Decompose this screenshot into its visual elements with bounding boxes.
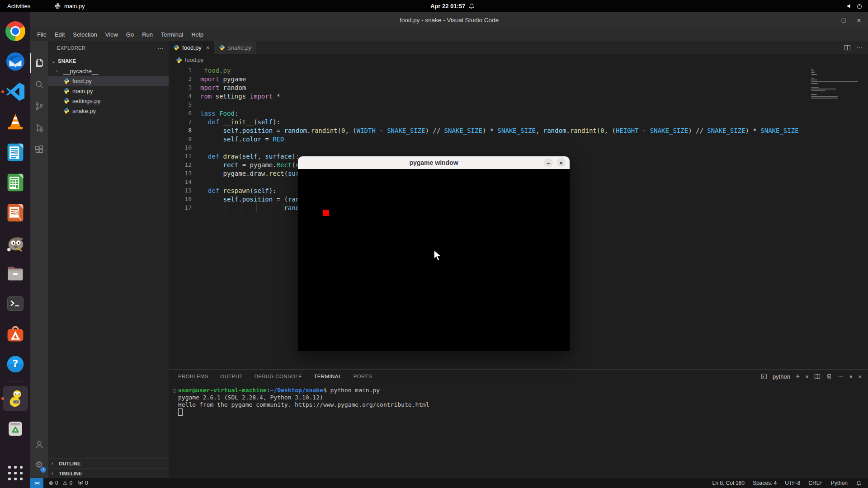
explorer-item--pycache-[interactable]: ›__pycache__	[48, 66, 169, 76]
menu-file[interactable]: File	[33, 29, 51, 40]
vlc-icon	[5, 112, 26, 132]
errors-icon: ⊗	[49, 480, 53, 486]
settings-gear-icon[interactable]: ⚙ 1	[30, 455, 48, 474]
extensions-icon[interactable]	[30, 140, 48, 160]
kill-terminal-icon[interactable]	[826, 373, 832, 380]
panel-tab-output[interactable]: OUTPUT	[220, 370, 243, 383]
pygame-close-button[interactable]: ×	[557, 158, 566, 167]
food-square	[323, 210, 329, 216]
terminal-shell-label[interactable]: python	[773, 373, 790, 380]
terminal-dropdown-icon[interactable]: ∨	[805, 374, 809, 380]
menu-go[interactable]: Go	[122, 29, 138, 40]
close-button[interactable]: ×	[854, 16, 863, 24]
menu-run[interactable]: Run	[138, 29, 157, 40]
encoding[interactable]: UTF-8	[785, 480, 800, 486]
code-line-2[interactable]: 2mport pygame	[169, 75, 868, 83]
menu-terminal[interactable]: Terminal	[157, 29, 187, 40]
panel-close-icon[interactable]: ×	[858, 373, 862, 380]
focused-app-indicator[interactable]: main.py	[54, 0, 85, 12]
notifications-bell-icon[interactable]	[856, 480, 862, 486]
dock-item-gimp[interactable]	[0, 228, 30, 258]
minimize-button[interactable]: –	[824, 16, 833, 24]
explorer-item-main-py[interactable]: main.py	[48, 86, 169, 96]
split-terminal-icon[interactable]	[814, 373, 821, 380]
vscode-titlebar[interactable]: food.py - snake - Visual Studio Code – ▢…	[30, 12, 868, 28]
menu-view[interactable]: View	[101, 29, 122, 40]
menu-edit[interactable]: Edit	[51, 29, 69, 40]
dock-item-trash[interactable]	[0, 413, 30, 444]
system-tray[interactable]	[846, 0, 863, 12]
project-root-snake[interactable]: ⌄ SNAKE	[48, 56, 169, 66]
language-mode[interactable]: Python	[831, 480, 848, 486]
account-icon[interactable]	[30, 435, 48, 455]
editor-more-icon[interactable]: ⋯	[856, 44, 863, 51]
problems-status[interactable]: ⊗0 ⚠0	[49, 480, 72, 486]
clock[interactable]: Apr 22 01:57	[430, 0, 475, 12]
tab-close-icon[interactable]: ×	[206, 44, 210, 51]
tab-food-py[interactable]: food.py ×	[169, 41, 214, 54]
panel-tab-ports[interactable]: PORTS	[354, 370, 372, 383]
cursor-position[interactable]: Ln 8, Col 160	[712, 480, 745, 486]
dock-item-app-grid[interactable]	[0, 458, 30, 488]
explorer-item-snake-py[interactable]: snake.py	[48, 106, 169, 116]
code-line-1[interactable]: 1 food.py	[169, 66, 868, 75]
dock-item-vscode[interactable]	[0, 76, 30, 107]
code-line-5[interactable]: 5	[169, 100, 868, 109]
code-line-7[interactable]: 7 def __init__(self):	[169, 117, 868, 126]
panel-more-icon[interactable]: ⋯	[838, 373, 844, 380]
code-line-8[interactable]: 8 self.position = random.randint(0, (WID…	[169, 126, 868, 135]
dock-item-chrome[interactable]	[0, 16, 30, 46]
eol-sequence[interactable]: CRLF	[808, 480, 822, 486]
panel-tab-terminal[interactable]: TERMINAL	[314, 370, 341, 383]
explorer-item-food-py[interactable]: food.py	[48, 76, 169, 86]
pygame-minimize-button[interactable]: –	[544, 158, 553, 167]
remote-indicator[interactable]: ><	[30, 478, 43, 488]
terminal-line-3: Hello from the pygame community. https:/…	[178, 401, 859, 408]
minimap-line	[811, 90, 826, 91]
indentation[interactable]: Spaces: 4	[753, 480, 777, 486]
search-icon[interactable]	[30, 75, 48, 94]
timeline-section[interactable]: › TIMELINE	[48, 468, 169, 478]
code-line-10[interactable]: 10	[169, 143, 868, 152]
explorer-item-settings-py[interactable]: settings.py	[48, 96, 169, 106]
dock-item-lo-calc[interactable]	[0, 167, 30, 197]
breadcrumb[interactable]: food.py	[169, 54, 868, 66]
radio-tower-icon	[78, 480, 83, 486]
maximize-button[interactable]: ▢	[839, 17, 848, 23]
dock-item-thunderbird[interactable]	[0, 46, 30, 76]
terminal-output[interactable]: user@user-virtual-machine:~/Desktop/snak…	[178, 387, 859, 478]
activities-button[interactable]: Activities	[7, 0, 30, 12]
minimap-line	[811, 70, 815, 71]
tab-snake-py[interactable]: snake.py	[214, 41, 256, 54]
dock-item-terminal[interactable]	[0, 288, 30, 319]
minimap[interactable]	[810, 68, 861, 127]
dock-item-files[interactable]	[0, 258, 30, 288]
pygame-titlebar[interactable]: pygame window – ×	[298, 156, 570, 169]
explorer-more-icon[interactable]: ⋯	[158, 44, 164, 52]
python-file-icon	[63, 78, 70, 84]
menu-help[interactable]: Help	[187, 29, 208, 40]
ports-status[interactable]: 0	[78, 480, 88, 486]
panel-maximize-icon[interactable]: ∧	[849, 374, 853, 380]
dock-item-ubuntu-software[interactable]	[0, 319, 30, 349]
source-control-icon[interactable]	[30, 96, 48, 116]
panel-tab-debug-console[interactable]: DEBUG CONSOLE	[255, 370, 302, 383]
dock-item-lo-impress[interactable]	[0, 197, 30, 228]
command-decoration-icon[interactable]	[173, 389, 176, 393]
panel-tab-problems[interactable]: PROBLEMS	[178, 370, 208, 383]
dock-item-lo-writer[interactable]	[0, 137, 30, 167]
code-line-3[interactable]: 3mport random	[169, 83, 868, 92]
explorer-icon[interactable]	[30, 53, 48, 73]
dock-item-pygame-app[interactable]	[0, 383, 30, 413]
run-debug-icon[interactable]	[30, 118, 48, 138]
dock-item-help[interactable]: ?	[0, 349, 30, 379]
new-terminal-icon[interactable]: +	[796, 372, 800, 380]
indent-guide	[211, 195, 211, 203]
code-line-6[interactable]: 6lass Food:	[169, 109, 868, 117]
split-editor-icon[interactable]	[844, 44, 851, 51]
dock-item-vlc[interactable]	[0, 107, 30, 137]
menu-selection[interactable]: Selection	[69, 29, 101, 40]
outline-section[interactable]: › OUTLINE	[48, 458, 169, 468]
code-line-4[interactable]: 4rom settings import *	[169, 92, 868, 100]
code-line-9[interactable]: 9 self.color = RED	[169, 135, 868, 143]
